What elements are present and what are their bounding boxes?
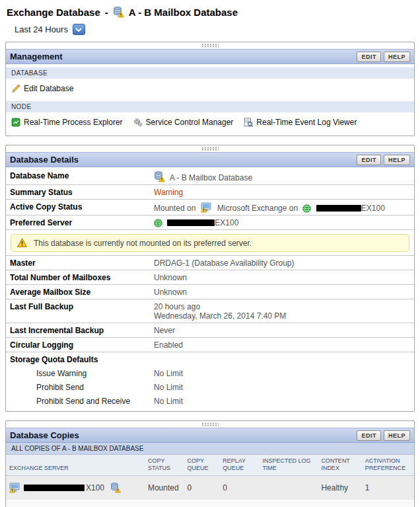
- total-mailboxes-value: Unknown: [150, 270, 414, 285]
- management-panel-header: Management EDIT HELP: [6, 49, 414, 64]
- master-value: DRDAG-1 (Database Availability Group): [150, 256, 414, 270]
- row-summary-status: Summary Status Warning: [6, 185, 414, 200]
- redacted-server-name: [24, 485, 85, 491]
- server-name-suffix[interactable]: EX100: [361, 204, 385, 213]
- panel-drag-handle[interactable]: [6, 42, 414, 49]
- row-prohibit-send: Prohibit Send No Limit: [6, 380, 414, 394]
- time-filter: Last 24 Hours: [5, 19, 415, 42]
- last-incremental-backup-label: Last Incremental Backup: [6, 323, 150, 338]
- database-copies-panel: Database Copies EDIT HELP ALL COPIES OF …: [5, 420, 415, 507]
- row-circular-logging: Circular Logging Enabled: [6, 338, 414, 352]
- help-button[interactable]: HELP: [384, 155, 410, 165]
- details-table: Database Name A - B Mailbox Database Sum…: [6, 169, 414, 408]
- col-copy-status[interactable]: COPY STATUS: [145, 455, 184, 475]
- copy-status-cell: Mounted: [145, 475, 184, 500]
- pencil-icon: [11, 84, 20, 93]
- row-master: Master DRDAG-1 (Database Availability Gr…: [6, 256, 414, 270]
- table-row: X106 Healthy 0 1 3/27/2014 4:17:18 PM He…: [6, 500, 414, 507]
- database-name-label: Database Name: [6, 169, 150, 185]
- row-last-full-backup: Last Full Backup 20 hours ago Wednesday,…: [6, 299, 414, 323]
- globe-up-icon: [154, 219, 162, 227]
- row-prohibit-send-receive: Prohibit Send and Receive No Limit: [6, 394, 414, 408]
- copies-subtitle: ALL COPIES OF A - B MAILBOX DATABASE: [6, 443, 414, 455]
- copies-panel-header: Database Copies EDIT HELP: [6, 428, 414, 443]
- col-inspected-log-time[interactable]: INSPECTED LOG TIME: [259, 455, 318, 475]
- exchange-server-cell[interactable]: X106: [6, 500, 145, 507]
- replay-queue-cell: 0: [219, 475, 259, 500]
- database-name-value: A - B Mailbox Database: [150, 169, 414, 185]
- globe-up-icon: [302, 204, 311, 213]
- exchange-server-cell[interactable]: X100: [6, 475, 145, 500]
- summary-status-label: Summary Status: [6, 185, 150, 200]
- prohibit-send-label: Prohibit Send: [6, 380, 150, 394]
- copies-panel-title: Database Copies: [10, 430, 354, 440]
- row-avg-mailbox-size: Average Mailbox Size Unknown: [6, 285, 414, 299]
- page: Exchange Database - A - B Mailbox Databa…: [0, 0, 420, 507]
- circular-logging-value: Enabled: [150, 338, 414, 352]
- gears-icon: [133, 118, 143, 127]
- process-explorer-link[interactable]: Real-Time Process Explorer: [11, 118, 123, 127]
- database-warning-icon: [113, 7, 124, 18]
- copies-header-row: EXCHANGE SERVER COPY STATUS COPY QUEUE R…: [6, 455, 414, 475]
- row-last-incremental-backup: Last Incremental Backup Never: [6, 323, 414, 338]
- warning-banner: This database is currently not mounted o…: [11, 234, 409, 252]
- management-panel-title: Management: [10, 52, 354, 61]
- event-log-viewer-link[interactable]: Real-Time Event Log Viewer: [244, 118, 357, 127]
- row-preferred-server: Preferred Server EX100: [6, 215, 414, 230]
- panel-drag-handle[interactable]: [6, 421, 414, 428]
- details-panel-title: Database Details: [10, 155, 354, 165]
- col-activation-preference[interactable]: ACTIVATION PREFERENCE: [362, 455, 414, 475]
- prohibit-send-receive-label: Prohibit Send and Receive: [6, 394, 150, 408]
- service-control-manager-link[interactable]: Service Control Manager: [133, 118, 234, 127]
- row-issue-warning: Issue Warning No Limit: [6, 366, 414, 380]
- redacted-server-name: [316, 205, 361, 212]
- row-storage-quota-defaults: Storage Quota Defaults: [6, 352, 414, 367]
- col-replay-queue[interactable]: REPLAY QUEUE: [219, 455, 259, 475]
- row-warning-banner: This database is currently not mounted o…: [6, 230, 414, 256]
- activation-preference-cell: 2: [362, 500, 414, 507]
- col-exchange-server[interactable]: EXCHANGE SERVER: [6, 455, 145, 475]
- title-separator: -: [105, 7, 108, 18]
- service-control-manager-label: Service Control Manager: [146, 118, 234, 127]
- server-name-suffix: X100: [86, 483, 104, 492]
- database-section-header: DATABASE: [6, 67, 414, 79]
- help-button[interactable]: HELP: [384, 430, 410, 441]
- copies-table: EXCHANGE SERVER COPY STATUS COPY QUEUE R…: [6, 455, 414, 507]
- active-copy-status-label: Active Copy Status: [6, 200, 150, 215]
- active-copy-status-value: Mounted on Microsoft Exchange on EX100: [150, 200, 414, 215]
- row-database-name: Database Name A - B Mailbox Database: [6, 169, 414, 185]
- server-warning-icon: [9, 483, 21, 493]
- last-full-backup-value: 20 hours ago Wednesday, March 26, 2014 7…: [150, 299, 414, 323]
- page-title-text: Exchange Database: [7, 7, 100, 18]
- edit-button[interactable]: EDIT: [357, 430, 381, 441]
- edit-button[interactable]: EDIT: [357, 155, 381, 165]
- content-index-cell: Healthy: [318, 475, 361, 500]
- event-log-icon: [244, 118, 253, 127]
- prohibit-send-value: No Limit: [150, 380, 414, 394]
- edit-button[interactable]: EDIT: [357, 52, 381, 62]
- issue-warning-label: Issue Warning: [6, 366, 150, 380]
- management-panel: Management EDIT HELP DATABASE Edit Datab…: [5, 42, 415, 136]
- process-explorer-label: Real-Time Process Explorer: [24, 118, 123, 127]
- issue-warning-value: No Limit: [150, 366, 414, 380]
- edit-database-link[interactable]: Edit Database: [11, 84, 73, 93]
- row-active-copy-status: Active Copy Status Mounted on Microsoft …: [6, 200, 414, 215]
- server-warning-icon: [201, 202, 213, 213]
- database-warning-icon: [154, 171, 165, 182]
- time-filter-label[interactable]: Last 24 Hours: [15, 24, 68, 34]
- database-warning-icon: [110, 483, 122, 493]
- table-row: X100 Mounted 0 0 Healthy 1: [6, 475, 414, 500]
- summary-status-value: Warning: [154, 188, 183, 197]
- panel-drag-handle[interactable]: [6, 145, 414, 152]
- help-button[interactable]: HELP: [384, 52, 410, 62]
- edit-database-label: Edit Database: [24, 84, 73, 93]
- time-filter-dropdown-button[interactable]: [73, 24, 85, 35]
- copy-queue-cell: 0: [184, 475, 220, 500]
- page-title: Exchange Database - A - B Mailbox Databa…: [5, 4, 415, 19]
- last-full-backup-label: Last Full Backup: [6, 299, 150, 323]
- server-name-suffix[interactable]: EX100: [215, 218, 238, 227]
- node-section-header: NODE: [6, 101, 414, 112]
- col-copy-queue[interactable]: COPY QUEUE: [184, 455, 220, 475]
- last-incremental-backup-value: Never: [150, 323, 414, 338]
- col-content-index[interactable]: CONTENT INDEX: [318, 455, 361, 475]
